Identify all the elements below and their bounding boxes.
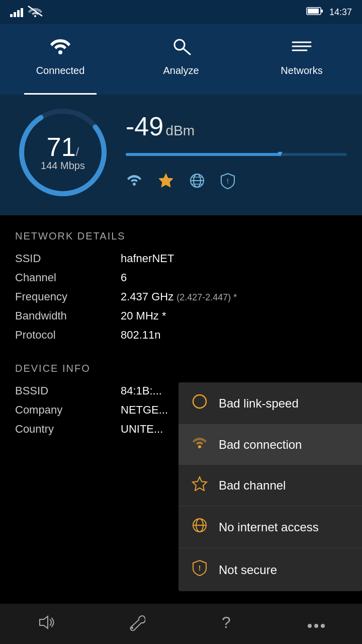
bandwidth-label: Bandwidth — [15, 309, 121, 323]
bad-link-speed-icon — [191, 393, 209, 413]
status-right: 14:37 — [306, 7, 352, 18]
bottom-bar: ? — [0, 604, 362, 644]
svg-point-13 — [133, 183, 136, 186]
status-left — [10, 5, 43, 20]
status-bar: 14:37 — [0, 0, 362, 24]
ssid-label: SSID — [15, 252, 121, 265]
wrench-icon[interactable] — [128, 614, 145, 634]
globe-icon[interactable] — [189, 173, 205, 194]
tab-connected-label: Connected — [36, 65, 85, 76]
speed-unit: 144 Mbps — [41, 160, 85, 172]
bandwidth-row: Bandwidth 20 MHz * — [15, 309, 347, 323]
tab-networks[interactable]: Networks — [241, 24, 362, 95]
bssid-value: 84:1B:... — [121, 384, 162, 397]
speed-slash: / — [76, 145, 79, 159]
svg-point-0 — [34, 15, 36, 17]
svg-text:?: ? — [222, 614, 231, 631]
dbm-value: -49 — [126, 112, 163, 141]
analyze-icon — [171, 37, 191, 60]
dropdown-bad-connection[interactable]: Bad connection — [178, 425, 362, 465]
company-value: NETGE... — [121, 404, 168, 417]
bad-link-speed-label: Bad link-speed — [219, 396, 299, 411]
connected-wifi-icon — [49, 37, 71, 60]
svg-text:!: ! — [199, 564, 201, 572]
tab-analyze-label: Analyze — [163, 65, 199, 76]
networks-icon — [291, 37, 313, 60]
not-secure-icon: ! — [191, 559, 209, 580]
no-internet-label: No internet access — [219, 520, 319, 534]
wifi-crossed-icon — [27, 5, 43, 20]
more-icon[interactable] — [307, 616, 325, 632]
dropdown-bad-link-speed[interactable]: Bad link-speed — [178, 382, 362, 425]
signal-marker: ▼ — [276, 149, 284, 158]
country-label: Country — [15, 423, 121, 436]
bandwidth-value: 20 MHz * — [121, 309, 166, 323]
help-icon[interactable]: ? — [219, 614, 234, 634]
volume-icon[interactable] — [37, 614, 55, 634]
tab-connected[interactable]: Connected — [0, 24, 121, 95]
signal-bar-fill — [126, 153, 281, 156]
frequency-row: Frequency 2.437 GHz (2.427-2.447) * — [15, 290, 347, 303]
device-info-title: DEVICE INFO — [15, 363, 347, 374]
dropdown-no-internet[interactable]: No internet access — [178, 506, 362, 548]
tab-analyze[interactable]: Analyze — [121, 24, 241, 95]
bad-connection-icon — [191, 436, 209, 453]
tab-networks-label: Networks — [281, 65, 322, 76]
dropdown-not-secure[interactable]: ! Not secure — [178, 548, 362, 591]
signal-bar-container: ▼ — [126, 149, 347, 159]
svg-point-22 — [198, 445, 201, 448]
main-panel: 71 / 144 Mbps -49 dBm ▼ — [0, 95, 362, 215]
status-time: 14:37 — [329, 7, 352, 18]
svg-point-5 — [58, 50, 62, 54]
not-secure-label: Not secure — [219, 563, 277, 577]
protocol-row: Protocol 802.11n — [15, 329, 347, 342]
action-icons: ! — [126, 173, 347, 194]
shield-icon[interactable]: ! — [220, 173, 235, 194]
signal-info: -49 dBm ▼ — [126, 111, 347, 194]
svg-rect-4 — [321, 10, 323, 13]
channel-value: 6 — [121, 271, 127, 284]
bad-connection-label: Bad connection — [219, 438, 302, 452]
svg-point-32 — [314, 624, 318, 628]
svg-point-29 — [131, 627, 133, 629]
speed-circle: 71 / 144 Mbps — [15, 105, 111, 200]
svg-point-21 — [193, 395, 206, 408]
svg-line-7 — [183, 48, 190, 54]
protocol-label: Protocol — [15, 329, 121, 342]
signal-bar-bg — [126, 153, 347, 156]
dropdown-bad-channel[interactable]: Bad channel — [178, 465, 362, 506]
battery-icon — [306, 7, 323, 18]
svg-text:!: ! — [227, 177, 229, 185]
svg-point-33 — [321, 624, 325, 628]
network-details-title: NETWORK DETAILS — [15, 230, 347, 242]
no-internet-icon — [191, 517, 209, 537]
svg-marker-14 — [159, 174, 173, 187]
signal-bars-icon — [10, 7, 23, 17]
frequency-value: 2.437 GHz (2.427-2.447) * — [121, 290, 237, 303]
svg-marker-23 — [193, 477, 207, 491]
ssid-value: hafnerNET — [121, 252, 174, 265]
protocol-value: 802.11n — [121, 329, 161, 342]
wifi-quality-icon[interactable] — [126, 173, 143, 194]
dbm-display: -49 dBm — [126, 111, 347, 141]
svg-point-31 — [308, 624, 312, 628]
dropdown-menu: Bad link-speed Bad connection Bad channe… — [178, 382, 362, 591]
company-label: Company — [15, 404, 121, 417]
frequency-label: Frequency — [15, 290, 121, 303]
channel-row: Channel 6 — [15, 271, 347, 284]
speed-value: 71 — [47, 134, 76, 160]
star-icon[interactable] — [158, 173, 174, 194]
channel-label: Channel — [15, 271, 121, 284]
dbm-unit: dBm — [166, 123, 195, 138]
svg-rect-3 — [308, 9, 319, 14]
ssid-row: SSID hafnerNET — [15, 252, 347, 265]
country-value: UNITE... — [121, 423, 163, 436]
svg-marker-28 — [40, 616, 48, 628]
tab-bar: Connected Analyze Networks — [0, 24, 362, 95]
bad-channel-label: Bad channel — [219, 478, 286, 493]
bad-channel-icon — [191, 476, 209, 495]
bssid-label: BSSID — [15, 384, 121, 397]
